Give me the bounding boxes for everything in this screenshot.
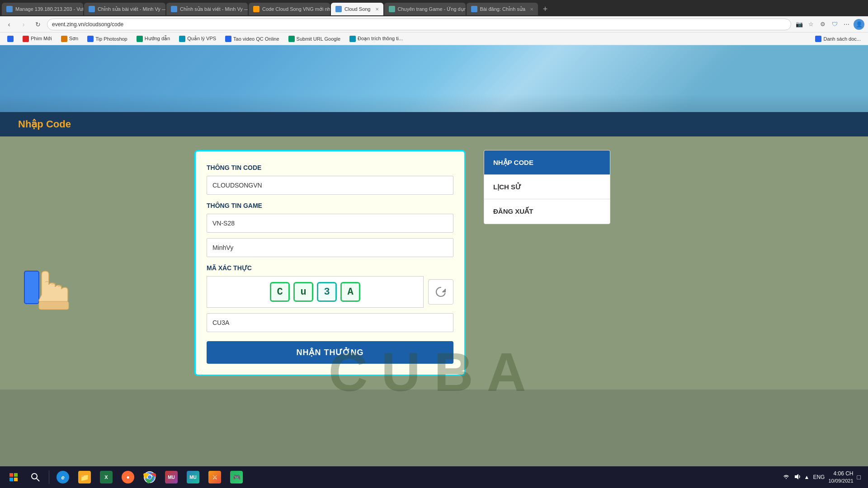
page-content: Nhập Code: [0, 45, 868, 480]
captcha-image-box: C u 3 A: [207, 276, 424, 308]
bookmark-apps[interactable]: [4, 35, 17, 43]
tab-close-7[interactable]: ✕: [530, 7, 533, 12]
taskbar-excel[interactable]: X: [96, 469, 116, 485]
tab-3[interactable]: Chỉnh sửa bài viết - Minh Vy —... ✕: [166, 3, 248, 15]
tab-7[interactable]: Bài đăng: Chỉnh sửa ✕: [467, 3, 538, 15]
svg-rect-5: [9, 473, 13, 477]
main-content: THÔNG TIN CODE THÔNG TIN GAME MÃ XÁC THỰ…: [0, 136, 868, 389]
start-button[interactable]: [4, 469, 24, 485]
bookmark-danh-sach[interactable]: Danh sách doc...: [811, 35, 864, 43]
svg-point-9: [32, 474, 37, 479]
tab-4[interactable]: Code Cloud Song VNG mới nhất... ✕: [249, 3, 330, 15]
captcha-row: C u 3 A: [207, 276, 453, 308]
bookmark-doan-trich[interactable]: Đoạn trích thông ti...: [346, 35, 406, 43]
tab-favicon-3: [171, 6, 177, 12]
settings-icon[interactable]: ⋯: [842, 20, 851, 29]
photoshop-icon: [87, 36, 94, 42]
svg-rect-0: [24, 271, 39, 304]
taskbar-file-explorer[interactable]: 📁: [75, 469, 94, 485]
svg-line-10: [37, 479, 39, 481]
bookmark-video-qc[interactable]: Tao video QC Online: [222, 35, 283, 43]
systray-volume[interactable]: [793, 473, 801, 481]
taskbar: e 📁 X ● MU MU ⚔ 🎮: [0, 466, 868, 488]
sidebar-menu: NHẬP CODE LỊCH SỬ ĐĂNG XUẤT: [484, 150, 610, 224]
taskbar-chrome[interactable]: [140, 469, 160, 485]
sidebar-item-lich-su[interactable]: LỊCH SỬ: [484, 175, 610, 199]
tab-5[interactable]: Cloud Song ✕: [331, 3, 383, 15]
taskbar-mu-online-1[interactable]: MU: [161, 469, 181, 485]
systray-lang[interactable]: ENG: [813, 474, 825, 480]
guide-icon: [137, 36, 143, 42]
tab-favicon-7: [471, 6, 477, 12]
nav-icons: 📷 ☆ ⚙ 🛡 ⋯ 👤: [795, 19, 864, 30]
game-server-input[interactable]: [207, 214, 453, 233]
form-card: THÔNG TIN CODE THÔNG TIN GAME MÃ XÁC THỰ…: [194, 150, 466, 376]
tab-2[interactable]: Chỉnh sửa bài viết - Minh Vy —... ✕: [84, 3, 165, 15]
submit-icon: [288, 36, 295, 42]
svg-rect-4: [39, 301, 69, 310]
bookmark-vps[interactable]: Quản lý VPS: [175, 35, 220, 43]
bookmark-star-icon[interactable]: ☆: [807, 20, 816, 29]
captcha-tile-3: 3: [317, 282, 337, 302]
captcha-tile-u: u: [293, 282, 313, 302]
page-title-bar: Nhập Code: [0, 112, 868, 136]
browser-chrome: Manage 139.180.213.203 - Vuth... ✕ Chỉnh…: [0, 0, 868, 45]
address-bar[interactable]: [47, 19, 791, 30]
game-section-label: THÔNG TIN GAME: [207, 202, 453, 209]
bookmark-submit-url[interactable]: Submit URL Google: [285, 35, 344, 43]
video-icon: [225, 36, 231, 42]
tab-favicon-5: [335, 6, 342, 12]
svg-rect-7: [9, 478, 13, 481]
game-user-input[interactable]: [207, 238, 453, 257]
apps-icon: [7, 36, 14, 42]
taskbar-app-extra[interactable]: 🎮: [226, 469, 246, 485]
submit-button[interactable]: NHẬN THƯỞNG: [207, 341, 453, 364]
captcha-section-label: MÃ XÁC THỰC: [207, 264, 453, 272]
new-tab-button[interactable]: +: [539, 3, 552, 15]
taskbar-search[interactable]: [25, 469, 45, 485]
systray: ▲ ENG 4:06 CH 10/09/2021 □: [779, 470, 864, 484]
tab-1[interactable]: Manage 139.180.213.203 - Vuth... ✕: [2, 3, 83, 15]
bookmark-photoshop[interactable]: Tip Photoshop: [84, 35, 131, 43]
camera-icon[interactable]: 📷: [795, 20, 804, 29]
tab-bar: Manage 139.180.213.203 - Vuth... ✕ Chỉnh…: [0, 0, 868, 16]
captcha-input[interactable]: [207, 313, 453, 332]
extensions-icon[interactable]: ⚙: [818, 20, 827, 29]
bookmark-son[interactable]: Sơn: [57, 35, 82, 43]
nav-bar: ‹ › ↻ 📷 ☆ ⚙ 🛡 ⋯ 👤: [0, 16, 868, 33]
tab-favicon-4: [253, 6, 259, 12]
bookmark-phim-moi[interactable]: Phim Mới: [19, 35, 56, 43]
right-sidebar: NHẬP CODE LỊCH SỬ ĐĂNG XUẤT: [484, 150, 610, 376]
page-title: Nhập Code: [18, 118, 71, 130]
taskbar-mu-online-2[interactable]: MU: [183, 469, 203, 485]
vps-icon: [179, 36, 185, 42]
captcha-tile-a: A: [340, 282, 360, 302]
systray-network-bars[interactable]: ▲: [804, 474, 810, 480]
taskbar-app-1[interactable]: ●: [118, 469, 138, 485]
son-icon: [61, 36, 67, 42]
systray-notification[interactable]: □: [857, 474, 861, 481]
code-section-label: THÔNG TIN CODE: [207, 164, 453, 171]
back-button[interactable]: ‹: [4, 19, 14, 30]
shield-icon[interactable]: 🛡: [830, 20, 839, 29]
taskbar-ie[interactable]: e: [53, 469, 73, 485]
forward-button[interactable]: ›: [18, 19, 29, 30]
refresh-captcha-button[interactable]: [428, 279, 453, 305]
code-input[interactable]: [207, 176, 453, 195]
tab-favicon-1: [6, 6, 13, 12]
systray-clock[interactable]: 4:06 CH 10/09/2021: [828, 470, 853, 484]
tab-6[interactable]: Chuyên trang Game - Ứng dụng... ✕: [384, 3, 466, 15]
phim-icon: [23, 36, 29, 42]
refresh-button[interactable]: ↻: [33, 19, 43, 30]
bookmarks-bar: Phim Mới Sơn Tip Photoshop Hướng dẫn Quả…: [0, 33, 868, 45]
profile-icon[interactable]: 👤: [854, 19, 864, 30]
sidebar-item-nhap-code[interactable]: NHẬP CODE: [484, 150, 610, 175]
taskbar-app-game[interactable]: ⚔: [205, 469, 225, 485]
doan-trich-icon: [349, 36, 356, 42]
tab-close-5[interactable]: ✕: [375, 7, 379, 12]
svg-rect-6: [14, 473, 18, 477]
sidebar-item-dang-xuat[interactable]: ĐĂNG XUẤT: [484, 199, 610, 224]
bookmark-huong-dan[interactable]: Hướng dẫn: [133, 35, 174, 43]
taskbar-divider-1: [49, 470, 49, 484]
systray-wifi[interactable]: [783, 473, 790, 481]
